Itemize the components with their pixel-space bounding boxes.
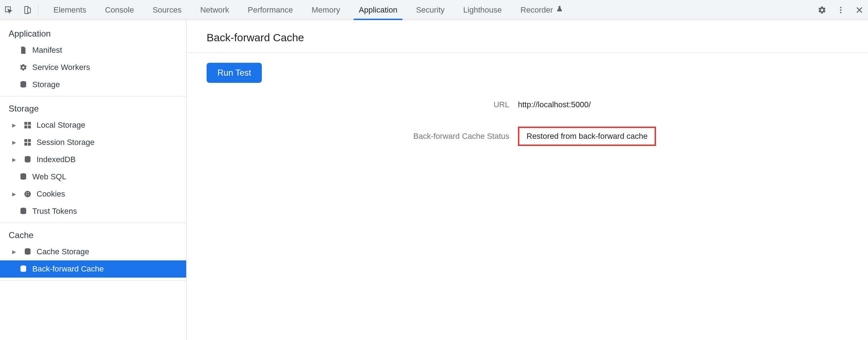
expand-icon[interactable]: ▶ xyxy=(12,249,19,255)
tab-label: Performance xyxy=(248,5,293,15)
url-value: http://localhost:5000/ xyxy=(518,100,868,109)
tab-network[interactable]: Network xyxy=(191,0,239,20)
section-application: Application xyxy=(0,24,186,42)
tab-elements[interactable]: Elements xyxy=(44,0,96,20)
settings-icon[interactable] xyxy=(817,5,827,15)
sidebar-item-label: Session Storage xyxy=(37,138,94,147)
svg-point-17 xyxy=(24,191,31,197)
database-icon xyxy=(19,207,28,216)
database-icon xyxy=(19,80,28,89)
sidebar-item-label: IndexedDB xyxy=(37,155,76,164)
devtools-tabbar: Elements Console Sources Network Perform… xyxy=(0,0,868,20)
sidebar-item-label: Manifest xyxy=(32,46,62,55)
sidebar-item-label: Back-forward Cache xyxy=(32,264,104,274)
database-icon xyxy=(23,155,32,164)
section-cache: Cache xyxy=(0,226,186,243)
tab-label: Recorder xyxy=(520,5,553,15)
cookie-icon xyxy=(23,189,32,199)
tabs: Elements Console Sources Network Perform… xyxy=(44,0,817,20)
sidebar-item-label: Cache Storage xyxy=(37,247,89,256)
sidebar-item-manifest[interactable]: Manifest xyxy=(0,42,186,59)
tab-label: Console xyxy=(105,5,134,15)
section-storage: Storage xyxy=(0,99,186,117)
svg-point-5 xyxy=(840,12,841,13)
database-icon xyxy=(23,247,32,256)
application-sidebar: Application Manifest Service Workers Sto… xyxy=(0,20,187,340)
sidebar-item-local-storage[interactable]: ▶ Local Storage xyxy=(0,117,186,134)
expand-icon[interactable]: ▶ xyxy=(12,122,19,128)
sidebar-item-service-workers[interactable]: Service Workers xyxy=(0,59,186,76)
tab-sources[interactable]: Sources xyxy=(143,0,191,20)
divider xyxy=(38,5,38,15)
close-icon[interactable] xyxy=(854,5,864,15)
sidebar-item-label: Service Workers xyxy=(32,63,90,72)
tab-performance[interactable]: Performance xyxy=(239,0,302,20)
tab-label: Security xyxy=(416,5,444,15)
tab-label: Sources xyxy=(152,5,181,15)
tab-label: Elements xyxy=(53,5,86,15)
sidebar-item-session-storage[interactable]: ▶ Session Storage xyxy=(0,134,186,151)
grid-icon xyxy=(23,121,32,130)
status-value: Restored from back-forward cache xyxy=(518,127,656,146)
svg-rect-11 xyxy=(24,139,27,142)
sidebar-item-cookies[interactable]: ▶ Cookies xyxy=(0,185,186,203)
svg-point-21 xyxy=(28,194,29,195)
main-panel: Back-forward Cache Run Test URL http://l… xyxy=(187,20,868,340)
svg-rect-2 xyxy=(28,8,30,13)
expand-icon[interactable]: ▶ xyxy=(12,157,19,162)
sidebar-item-indexeddb[interactable]: ▶ IndexedDB xyxy=(0,151,186,168)
expand-icon[interactable]: ▶ xyxy=(12,140,19,145)
svg-rect-7 xyxy=(24,122,27,125)
sidebar-item-label: Storage xyxy=(32,80,60,89)
inspect-icon[interactable] xyxy=(4,5,14,15)
sidebar-item-bfcache[interactable]: Back-forward Cache xyxy=(0,260,186,278)
flask-icon xyxy=(556,5,563,15)
svg-rect-13 xyxy=(24,143,27,146)
divider xyxy=(0,96,186,96)
svg-point-3 xyxy=(840,7,841,8)
svg-point-19 xyxy=(28,192,29,193)
more-icon[interactable] xyxy=(836,5,846,15)
divider xyxy=(0,223,186,223)
tab-lighthouse[interactable]: Lighthouse xyxy=(454,0,511,20)
tab-memory[interactable]: Memory xyxy=(302,0,349,20)
database-icon xyxy=(19,264,28,274)
device-toolbar-icon[interactable] xyxy=(22,5,32,15)
file-icon xyxy=(19,46,28,55)
svg-point-18 xyxy=(26,193,27,194)
tab-security[interactable]: Security xyxy=(407,0,454,20)
sidebar-item-label: Local Storage xyxy=(37,121,85,130)
svg-point-20 xyxy=(26,194,27,195)
tab-application[interactable]: Application xyxy=(349,0,407,20)
svg-rect-12 xyxy=(28,139,31,142)
sidebar-item-storage[interactable]: Storage xyxy=(0,76,186,93)
tab-recorder[interactable]: Recorder xyxy=(511,0,572,20)
sidebar-item-label: Cookies xyxy=(37,189,65,199)
tab-label: Network xyxy=(200,5,229,15)
sidebar-item-cache-storage[interactable]: ▶ Cache Storage xyxy=(0,243,186,260)
sidebar-item-websql[interactable]: Web SQL xyxy=(0,168,186,185)
gear-icon xyxy=(19,63,28,72)
expand-icon[interactable]: ▶ xyxy=(12,191,19,197)
url-label: URL xyxy=(373,100,509,109)
tab-label: Memory xyxy=(312,5,340,15)
sidebar-item-label: Trust Tokens xyxy=(32,207,77,216)
svg-rect-8 xyxy=(28,122,31,125)
run-test-button[interactable]: Run Test xyxy=(207,63,262,83)
tab-console[interactable]: Console xyxy=(96,0,143,20)
sidebar-item-label: Web SQL xyxy=(32,172,66,181)
grid-icon xyxy=(23,138,32,147)
page-title: Back-forward Cache xyxy=(187,29,868,53)
svg-rect-14 xyxy=(28,143,31,146)
tab-label: Lighthouse xyxy=(463,5,502,15)
divider xyxy=(0,280,186,281)
database-icon xyxy=(19,172,28,181)
svg-rect-10 xyxy=(28,126,31,128)
tab-label: Application xyxy=(359,5,397,15)
status-label: Back-forward Cache Status xyxy=(283,132,509,141)
sidebar-item-trust-tokens[interactable]: Trust Tokens xyxy=(0,203,186,220)
svg-point-4 xyxy=(840,9,841,11)
svg-rect-9 xyxy=(24,126,27,128)
